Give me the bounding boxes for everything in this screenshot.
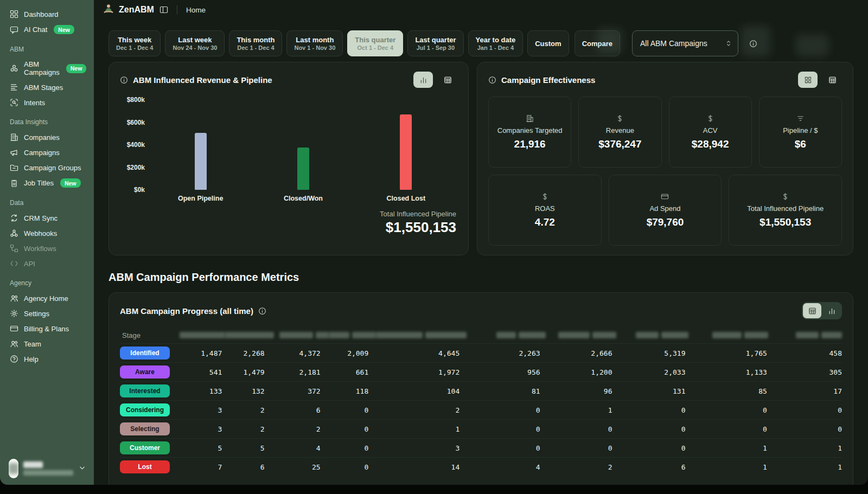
date-filter-buttons: This weekDec 1 - Dec 4Last weekNov 24 - … bbox=[108, 30, 620, 56]
metrics-row-2: ROAS4.72Ad Spend$79,760Total Influenced … bbox=[488, 175, 842, 246]
sidebar-toggle-icon[interactable] bbox=[159, 5, 168, 14]
chart-view-toggle[interactable] bbox=[822, 303, 841, 318]
table-cell-value: 1,479 bbox=[222, 368, 264, 376]
filter-compare[interactable]: Compare bbox=[575, 30, 620, 56]
table-row-considering: Considering3260201000 bbox=[120, 400, 842, 419]
campaign-select[interactable]: All ABM Campaigns bbox=[632, 30, 738, 56]
filter-label: Last quarter bbox=[415, 36, 456, 44]
filter-last-week[interactable]: Last weekNov 24 - Nov 30 bbox=[165, 30, 225, 56]
sidebar-item-ai-chat[interactable]: AI ChatNew bbox=[9, 22, 86, 37]
info-icon[interactable] bbox=[120, 76, 128, 84]
stage-badge-aware[interactable]: Aware bbox=[120, 365, 170, 378]
sidebar-item-abm-campaigns[interactable]: ABM CampaignsNew bbox=[9, 57, 86, 80]
table-row-aware: Aware5411,4792,1816611,9729561,2002,0331… bbox=[120, 362, 842, 381]
metric-label: Revenue bbox=[606, 126, 634, 134]
stage-badge-identified[interactable]: Identified bbox=[120, 347, 170, 360]
sidebar-item-intents[interactable]: Intents bbox=[9, 95, 86, 110]
chevron-down-icon[interactable] bbox=[78, 464, 86, 474]
sidebar-item-help[interactable]: Help bbox=[9, 351, 86, 367]
stage-badge-cell: Interested bbox=[120, 384, 180, 397]
new-badge: New bbox=[54, 25, 74, 34]
redacted-text-block bbox=[519, 332, 546, 338]
avatar bbox=[9, 459, 18, 478]
info-icon[interactable] bbox=[488, 76, 496, 84]
table-cell-value: 4,372 bbox=[265, 349, 321, 357]
filter-label: Custom bbox=[535, 40, 561, 48]
table-cell-value: 133 bbox=[180, 387, 222, 395]
filter-last-quarter[interactable]: Last quarterJul 1 - Sep 30 bbox=[407, 30, 463, 56]
table-cell-value: 1 bbox=[685, 444, 767, 452]
sidebar-item-label: ABM Stages bbox=[24, 84, 63, 92]
sidebar-item-campaign-groups[interactable]: Campaign Groups bbox=[9, 160, 86, 175]
sidebar-item-webhooks[interactable]: Webhooks bbox=[9, 226, 86, 241]
table-view-toggle[interactable] bbox=[822, 72, 842, 88]
select-updown-icon bbox=[725, 40, 732, 47]
table-cell-value: 5 bbox=[222, 444, 264, 452]
users-icon bbox=[10, 339, 18, 348]
filter-custom[interactable]: Custom bbox=[527, 30, 569, 56]
chart-total: Total Influenced Pipeline $1,550,153 bbox=[120, 210, 457, 236]
table-cell-value: 0 bbox=[459, 444, 540, 452]
sidebar-item-campaigns[interactable]: Campaigns bbox=[9, 145, 86, 160]
table-cell-value: 0 bbox=[459, 425, 540, 433]
sidebar-item-settings[interactable]: Settings bbox=[9, 306, 86, 321]
sidebar-item-label: API bbox=[24, 260, 35, 268]
bar-category-label: Closed Lost bbox=[387, 195, 426, 202]
sidebar-section-data-insights: Data Insights bbox=[10, 118, 86, 126]
stage-badge-selecting[interactable]: Selecting bbox=[120, 422, 170, 435]
stage-badge-customer[interactable]: Customer bbox=[120, 441, 170, 454]
redacted-text-block bbox=[744, 332, 768, 338]
sidebar-item-label: ABM Campaigns bbox=[24, 60, 60, 76]
folder-icon bbox=[10, 163, 18, 172]
metric-label: Pipeline / $ bbox=[783, 126, 818, 134]
new-badge: New bbox=[60, 178, 81, 188]
grid-view-toggle[interactable] bbox=[798, 72, 818, 88]
stage-badge-lost[interactable]: Lost bbox=[120, 460, 170, 473]
filter-year-to-date[interactable]: Year to dateJan 1 - Dec 4 bbox=[468, 30, 524, 56]
filter-this-week[interactable]: This weekDec 1 - Dec 4 bbox=[108, 30, 161, 56]
filter-last-month[interactable]: Last monthNov 1 - Nov 30 bbox=[286, 30, 343, 56]
y-tick-label: $600k bbox=[127, 119, 145, 126]
table-view-toggle[interactable] bbox=[438, 72, 457, 88]
sidebar-item-abm-stages[interactable]: ABM Stages bbox=[9, 80, 86, 95]
filter-this-quarter[interactable]: This quarterOct 1 - Dec 4 bbox=[347, 30, 403, 56]
sidebar-item-team[interactable]: Team bbox=[9, 336, 86, 351]
bar-closed-won[interactable] bbox=[297, 147, 309, 190]
sidebar-item-agency-home[interactable]: Agency Home bbox=[9, 291, 86, 306]
sidebar-section-data: Data bbox=[10, 199, 86, 207]
sidebar-item-companies[interactable]: Companies bbox=[9, 130, 86, 145]
table-cell-value: 1,133 bbox=[685, 368, 767, 376]
table-cell-value: 458 bbox=[767, 349, 842, 357]
sidebar-item-workflows[interactable]: Workflows bbox=[9, 241, 86, 256]
filter-this-month[interactable]: This monthDec 1 - Dec 4 bbox=[229, 30, 282, 56]
stage-badge-considering[interactable]: Considering bbox=[120, 403, 170, 416]
redacted-text-block bbox=[592, 332, 616, 338]
bar-closed-lost[interactable] bbox=[400, 114, 412, 190]
table-cell-value: 0 bbox=[459, 406, 540, 414]
chart-view-toggle[interactable] bbox=[413, 72, 433, 88]
filter-info-icon[interactable] bbox=[749, 30, 757, 56]
topbar-divider bbox=[177, 5, 177, 14]
chart-y-axis: $800k$600k$400k$200k$0k bbox=[120, 100, 149, 190]
brand-name: ZenABM bbox=[119, 5, 154, 15]
sidebar-item-crm-sync[interactable]: CRM Sync bbox=[9, 210, 86, 226]
table-cell-value: 85 bbox=[685, 387, 767, 395]
sidebar-item-job-titles[interactable]: Job TitlesNew bbox=[9, 175, 86, 191]
sidebar-item-api[interactable]: API bbox=[9, 256, 86, 271]
info-icon[interactable] bbox=[258, 307, 266, 315]
nav-home[interactable]: Home bbox=[186, 6, 206, 14]
table-row-customer: Customer5540300011 bbox=[120, 438, 842, 457]
sidebar-item-dashboard[interactable]: Dashboard bbox=[9, 7, 86, 22]
sidebar-item-billing-plans[interactable]: Billing & Plans bbox=[9, 321, 86, 336]
card-icon bbox=[661, 193, 669, 201]
redacted-column-header bbox=[180, 332, 225, 338]
metric-value: $28,942 bbox=[692, 138, 729, 150]
table-cell-value: 541 bbox=[180, 368, 222, 376]
table-row-selecting: Selecting3220100000 bbox=[120, 419, 842, 438]
bar-open-pipeline[interactable] bbox=[195, 133, 207, 190]
table-view-toggle[interactable] bbox=[803, 303, 821, 318]
sidebar-user-menu[interactable] bbox=[9, 453, 86, 478]
table-cell-value: 0 bbox=[321, 444, 369, 452]
redacted-text-block bbox=[712, 332, 742, 338]
stage-badge-interested[interactable]: Interested bbox=[120, 384, 170, 397]
